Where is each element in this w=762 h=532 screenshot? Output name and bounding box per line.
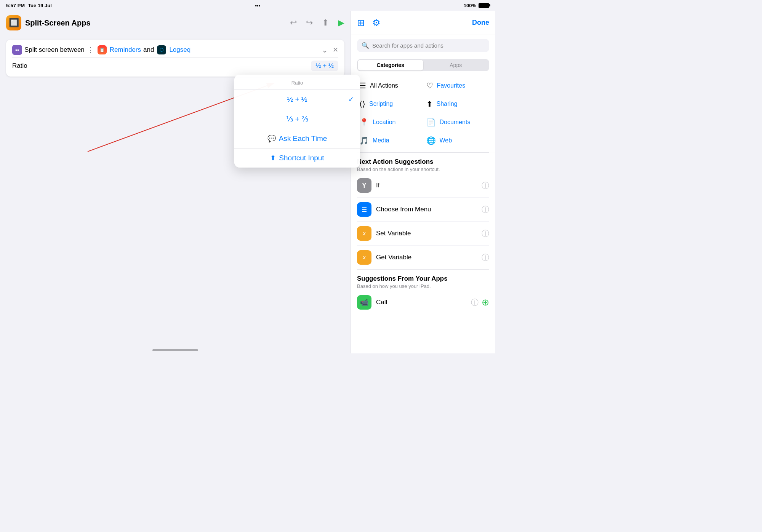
chevron-down-icon[interactable]: ⌄ xyxy=(322,45,328,54)
search-bar[interactable]: 🔍 xyxy=(357,39,489,52)
app-suggestions-subtitle: Based on how you use your iPad. xyxy=(357,283,489,289)
dropdown-item-ask[interactable]: 💬 Ask Each Time xyxy=(234,129,360,149)
play-icon[interactable]: ▶ xyxy=(338,18,344,28)
shortcut-card: ▪▪ Split screen between ⋮ 📋 Reminders an… xyxy=(6,40,344,77)
dropdown-item-third[interactable]: ⅓ + ⅔ xyxy=(234,109,360,129)
call-add-icon[interactable]: ⊕ xyxy=(482,297,489,308)
app-title: Split-Screen Apps xyxy=(25,19,91,27)
category-scripting[interactable]: ⟨⟩ Scripting xyxy=(357,96,423,112)
dropdown-header: Ratio xyxy=(234,75,360,90)
dots-indicator: ••• xyxy=(255,3,260,8)
favourites-icon: ♡ xyxy=(426,81,433,90)
app-icon-container: 🔲 Split-Screen Apps xyxy=(6,15,290,30)
undo-icon[interactable]: ↩ xyxy=(290,18,297,28)
media-icon: 🎵 xyxy=(359,136,369,145)
done-button[interactable]: Done xyxy=(472,19,489,27)
nav-bar: 🔲 Split-Screen Apps ↩ ↪ ⬆ ▶ xyxy=(0,11,351,35)
get-variable-info-icon[interactable]: ⓘ xyxy=(482,252,489,263)
call-info-icon[interactable]: ⓘ xyxy=(471,297,479,308)
category-sharing[interactable]: ⬆ Sharing xyxy=(424,96,490,112)
category-media[interactable]: 🎵 Media xyxy=(357,132,423,149)
favourites-label: Favourites xyxy=(437,82,466,89)
next-action-section-header: Next Action Suggestions Based on the act… xyxy=(351,153,495,174)
next-action-title: Next Action Suggestions xyxy=(357,158,489,166)
split-screen-icon: ▪▪ xyxy=(12,45,22,55)
action-if[interactable]: Y If ⓘ xyxy=(357,174,489,198)
set-variable-icon: x xyxy=(357,226,371,241)
nav-actions: ↩ ↪ ⬆ ▶ xyxy=(290,18,344,28)
dots-separator: ⋮ xyxy=(87,46,94,54)
third-label: ⅓ + ⅔ xyxy=(286,115,308,123)
close-icon[interactable]: ✕ xyxy=(333,46,338,54)
dropdown-item-half[interactable]: ½ + ½ ✓ xyxy=(234,90,360,109)
left-panel: 🔲 Split-Screen Apps ↩ ↪ ⬆ ▶ ▪▪ Split scr… xyxy=(0,11,351,353)
app-suggestions-title: Suggestions From Your Apps xyxy=(357,275,489,283)
category-all-actions[interactable]: ☰ All Actions xyxy=(357,77,423,94)
set-variable-info-icon[interactable]: ⓘ xyxy=(482,228,489,239)
location-label: Location xyxy=(373,119,396,126)
category-favourites[interactable]: ♡ Favourites xyxy=(424,77,490,94)
get-variable-icon: x xyxy=(357,250,371,265)
if-icon: Y xyxy=(357,178,371,193)
choose-menu-info-icon[interactable]: ⓘ xyxy=(482,204,489,215)
web-label: Web xyxy=(440,137,452,144)
segment-apps[interactable]: Apps xyxy=(423,60,489,70)
action-choose-from-menu[interactable]: ☰ Choose from Menu ⓘ xyxy=(357,198,489,222)
media-label: Media xyxy=(373,137,389,144)
choose-menu-label: Choose from Menu xyxy=(376,206,482,213)
action-set-variable[interactable]: x Set Variable ⓘ xyxy=(357,222,489,246)
app-icon: 🔲 xyxy=(6,15,21,30)
category-web[interactable]: 🌐 Web xyxy=(424,132,490,149)
ratio-label: Ratio xyxy=(12,62,27,70)
time: 5:57 PM xyxy=(6,3,25,8)
category-documents[interactable]: 📄 Documents xyxy=(424,114,490,131)
filter-icon[interactable]: ⚙ xyxy=(372,18,381,28)
segment-categories[interactable]: Categories xyxy=(358,60,423,70)
ask-each-time-label: Ask Each Time xyxy=(279,134,327,143)
dropdown-item-shortcut-input[interactable]: ⬆ Shortcut Input xyxy=(234,149,360,168)
ratio-value-button[interactable]: ½ + ½ xyxy=(311,61,338,71)
sharing-label: Sharing xyxy=(437,101,458,107)
add-shortcut-icon[interactable]: ⊞ xyxy=(357,18,365,28)
right-nav-icons: ⊞ ⚙ xyxy=(357,18,381,28)
right-nav: ⊞ ⚙ Done xyxy=(351,11,495,35)
action-get-variable[interactable]: x Get Variable ⓘ xyxy=(357,246,489,269)
next-action-subtitle: Based on the actions in your shortcut. xyxy=(357,166,489,172)
segment-control: Categories Apps xyxy=(357,59,489,71)
logseq-icon: ⬡ xyxy=(157,45,166,54)
reminders-icon: 📋 xyxy=(98,45,107,54)
shortcut-input-label: Shortcut Input xyxy=(279,154,324,162)
status-left: 5:57 PM Tue 19 Jul xyxy=(6,3,52,8)
scripting-label: Scripting xyxy=(369,101,393,107)
app1-label[interactable]: Reminders xyxy=(110,46,141,54)
documents-icon: 📄 xyxy=(426,118,436,127)
shortcut-prefix: Split screen between xyxy=(24,46,85,54)
status-bar: 5:57 PM Tue 19 Jul ••• 100% xyxy=(0,0,495,11)
status-right: 100% xyxy=(464,3,489,8)
action-call[interactable]: 📹 Call ⓘ ⊕ xyxy=(357,291,489,314)
app-suggestions-list: 📹 Call ⓘ ⊕ xyxy=(351,291,495,314)
half-half-label: ½ + ½ xyxy=(287,95,307,104)
if-info-icon[interactable]: ⓘ xyxy=(482,181,489,191)
location-icon: 📍 xyxy=(359,118,369,127)
all-actions-icon: ☰ xyxy=(359,81,366,90)
app-suggestions-section-header: Suggestions From Your Apps Based on how … xyxy=(351,270,495,291)
call-icon: 📹 xyxy=(357,295,371,310)
category-grid: ☰ All Actions ♡ Favourites ⟨⟩ Scripting … xyxy=(351,74,495,152)
battery-icon xyxy=(479,3,489,8)
if-label: If xyxy=(376,182,482,189)
call-label: Call xyxy=(376,299,471,306)
set-variable-label: Set Variable xyxy=(376,230,482,237)
battery-fill xyxy=(479,4,488,7)
date: Tue 19 Jul xyxy=(28,3,52,8)
search-input[interactable] xyxy=(372,42,485,49)
category-location[interactable]: 📍 Location xyxy=(357,114,423,131)
shortcut-title-row: ▪▪ Split screen between ⋮ 📋 Reminders an… xyxy=(12,45,338,55)
redo-icon[interactable]: ↪ xyxy=(306,18,313,28)
sharing-icon: ⬆ xyxy=(426,99,433,109)
home-indicator xyxy=(152,349,198,351)
next-action-list: Y If ⓘ ☰ Choose from Menu ⓘ x Set Variab… xyxy=(351,174,495,269)
share-icon[interactable]: ⬆ xyxy=(322,18,329,28)
check-icon: ✓ xyxy=(348,95,354,104)
app2-label[interactable]: Logseq xyxy=(169,46,190,54)
